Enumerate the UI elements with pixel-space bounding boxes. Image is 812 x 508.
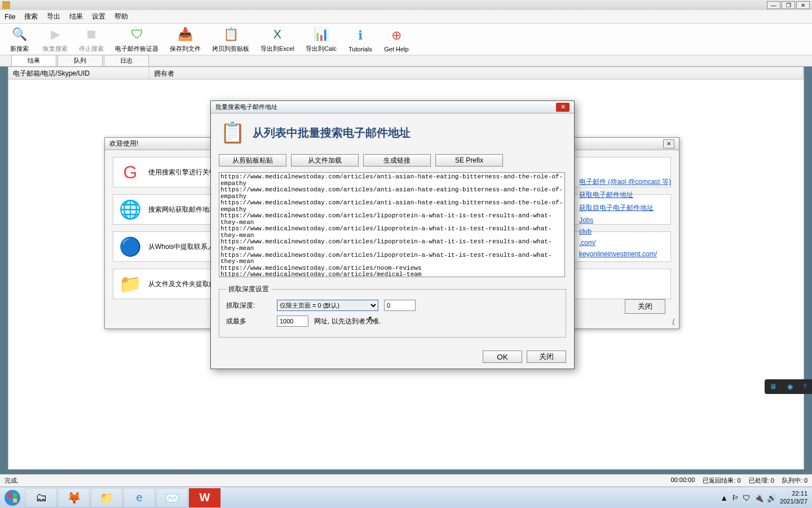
toolbar-label-2: 停止搜索 — [79, 45, 104, 53]
toolbar-label-3: 电子邮件验证器 — [115, 45, 158, 53]
toolbar-icon-9: ⊕ — [387, 27, 405, 45]
toolbar-label-4: 保存到文件 — [170, 45, 201, 53]
task-ie[interactable]: e — [123, 488, 155, 507]
tray-up-icon[interactable]: ▲ — [720, 493, 728, 502]
ok-button[interactable]: OK — [483, 351, 522, 363]
minimize-button[interactable]: — — [767, 1, 780, 9]
tray-volume-icon[interactable]: 🔊 — [767, 493, 776, 502]
toolbar-保存到文件[interactable]: 📥保存到文件 — [167, 24, 203, 54]
col-email[interactable]: 电子邮箱/电话/Skype/UID — [8, 67, 149, 79]
tray-shield-icon[interactable]: 🛡 — [743, 493, 751, 502]
welcome-footer-link[interactable]: / — [673, 317, 674, 325]
toolbar-导出到Calc[interactable]: 📊导出到Calc — [303, 24, 339, 54]
menu-export[interactable]: 导出 — [47, 12, 60, 21]
welcome-link-5[interactable]: .com/ — [579, 239, 671, 247]
toolbar-icon-7: 📊 — [312, 25, 330, 43]
tabs: 结果 队列 日志 — [0, 55, 812, 67]
or-max-label: 或最多 — [226, 317, 271, 326]
welcome-link-3[interactable]: Jobs — [579, 216, 671, 224]
task-mail[interactable]: ✉️ — [156, 488, 188, 507]
url-list-textarea[interactable] — [219, 172, 565, 277]
toolbar-icon-0: 🔍 — [10, 25, 28, 43]
depth-extra-input[interactable] — [384, 300, 416, 311]
max-urls-input[interactable] — [277, 316, 308, 327]
welcome-option-icon-0: G — [117, 159, 144, 186]
col-owner[interactable]: 拥有者 — [149, 67, 804, 79]
widget-help-icon: ? — [803, 383, 807, 391]
load-from-file-button[interactable]: 从文件加载 — [291, 154, 359, 167]
toolbar-label-7: 导出到Calc — [306, 45, 337, 53]
desktop-widget[interactable]: 🖥 ◉ ? — [765, 379, 812, 394]
toolbar-Tutorials[interactable]: ℹTutorials — [346, 25, 375, 54]
depth-legend: 抓取深度设置 — [226, 284, 271, 294]
toolbar-停止搜索: ⏹停止搜索 — [77, 24, 106, 54]
task-explorer[interactable]: 🗂 — [25, 488, 57, 507]
paste-from-clipboard-button[interactable]: 从剪贴板粘贴 — [219, 154, 286, 167]
welcome-link-1[interactable]: 获取电子邮件地址 — [579, 190, 671, 200]
tab-queue[interactable]: 队列 — [58, 55, 103, 66]
batch-search-dialog: 批量搜索电子邮件地址 ✕ 📋 从列表中批量搜索电子邮件地址 从剪贴板粘贴 从文件… — [210, 100, 575, 369]
toolbar-icon-3: 🛡 — [128, 25, 146, 43]
menu-bar: File 搜索 导出 结果 设置 帮助 — [0, 10, 812, 24]
menu-results[interactable]: 结果 — [69, 12, 83, 21]
welcome-close-icon[interactable]: ✕ — [663, 139, 674, 148]
svg-rect-2 — [13, 493, 17, 497]
toolbar-label-8: Tutorials — [348, 46, 372, 52]
close-button[interactable]: ✕ — [796, 1, 810, 9]
batch-button-row: 从剪贴板粘贴 从文件加载 生成链接 SE Prefix — [211, 152, 574, 169]
batch-title: 批量搜索电子邮件地址 — [215, 103, 277, 111]
toolbar-label-6: 导出到Excel — [261, 45, 294, 53]
toolbar-icon-1: ▶ — [46, 25, 64, 43]
toolbar-Get Help[interactable]: ⊕Get Help — [382, 25, 411, 54]
batch-close-icon[interactable]: ✕ — [556, 103, 570, 112]
se-prefix-button[interactable]: SE Prefix — [435, 154, 503, 167]
menu-help[interactable]: 帮助 — [114, 12, 128, 21]
task-files[interactable]: 📁 — [91, 488, 122, 507]
menu-search[interactable]: 搜索 — [24, 12, 38, 21]
welcome-option-text-2: 从Whois中提取联系人 — [148, 242, 214, 252]
status-processed: 已处理: 0 — [749, 476, 774, 485]
start-button[interactable] — [0, 487, 25, 509]
menu-file[interactable]: File — [5, 13, 15, 21]
app-icon — [2, 1, 10, 9]
toolbar-新搜索[interactable]: 🔍新搜索 — [5, 24, 34, 54]
generate-links-button[interactable]: 生成链接 — [363, 154, 431, 167]
batch-titlebar[interactable]: 批量搜索电子邮件地址 ✕ — [211, 101, 574, 113]
welcome-option-text-1: 搜索网站获取邮件地址 — [148, 205, 216, 214]
cancel-button[interactable]: 关闭 — [527, 351, 566, 363]
widget-monitor-icon: 🖥 — [770, 383, 776, 391]
welcome-option-icon-3: 📁 — [117, 270, 144, 297]
welcome-link-2[interactable]: 获取目电子电子邮件地址 — [579, 203, 671, 213]
status-text: 完成. — [5, 476, 19, 485]
welcome-option-icon-2: 🔵 — [117, 233, 144, 260]
welcome-link-6[interactable]: keyonlineinvestment.com/ — [579, 250, 671, 258]
max-urls-suffix: 网址, 以先达到者为准. — [314, 317, 381, 326]
tab-results[interactable]: 结果 — [11, 55, 56, 66]
toolbar-icon-8: ℹ — [351, 27, 369, 45]
depth-select[interactable]: 仅限主页面 = 0 (默认) — [277, 300, 378, 311]
window-titlebar: — ❐ ✕ — [0, 0, 812, 10]
task-firefox[interactable]: 🦊 — [58, 488, 90, 507]
taskbar-clock[interactable]: 22:11 2021/3/27 — [780, 490, 807, 505]
menu-settings[interactable]: 设置 — [92, 12, 105, 21]
tray-flag-icon[interactable]: 🏳 — [731, 493, 739, 502]
widget-circle-icon: ◉ — [787, 383, 793, 391]
task-wps[interactable]: W — [189, 488, 220, 507]
toolbar-icon-2: ⏹ — [82, 25, 100, 43]
welcome-link-4[interactable]: club — [579, 227, 671, 235]
maximize-button[interactable]: ❐ — [782, 1, 795, 9]
toolbar-label-1: 恢复搜索 — [43, 45, 68, 53]
toolbar: 🔍新搜索▶恢复搜索⏹停止搜索🛡电子邮件验证器📥保存到文件📋拷贝到剪贴板X导出到E… — [0, 24, 812, 55]
tray-network-icon[interactable]: 🔌 — [754, 493, 764, 502]
tab-log[interactable]: 日志 — [104, 55, 149, 66]
depth-fieldset: 抓取深度设置 抓取深度: 仅限主页面 = 0 (默认) 或最多 网址, 以先达到… — [219, 284, 566, 338]
toolbar-电子邮件验证器[interactable]: 🛡电子邮件验证器 — [113, 24, 161, 54]
welcome-link-0[interactable]: 电子邮件 (@aol @comcast 等) — [579, 177, 671, 187]
welcome-close-button[interactable]: 关闭 — [625, 299, 665, 314]
welcome-links: 电子邮件 (@aol @comcast 等)获取电子邮件地址获取目电子电子邮件地… — [579, 177, 671, 261]
svg-rect-3 — [8, 498, 12, 502]
svg-rect-1 — [8, 493, 12, 497]
toolbar-导出到Excel[interactable]: X导出到Excel — [258, 24, 297, 54]
toolbar-拷贝到剪贴板[interactable]: 📋拷贝到剪贴板 — [210, 24, 251, 54]
toolbar-label-0: 新搜索 — [10, 45, 29, 53]
